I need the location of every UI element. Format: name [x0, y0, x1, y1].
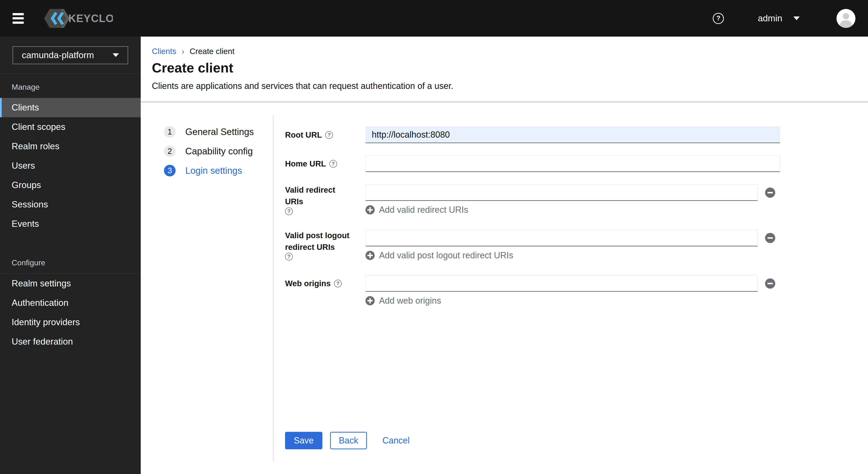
sidebar-item-authentication[interactable]: Authentication: [0, 293, 141, 313]
field-label: Web origins ?: [285, 275, 358, 292]
minus-icon[interactable]: [765, 278, 775, 289]
keycloak-logo: KEYCLOAK: [38, 7, 113, 30]
save-button[interactable]: Save: [285, 432, 322, 449]
step-label: Capability config: [185, 146, 253, 156]
wizard-step-capability-config[interactable]: 2 Capability config: [164, 145, 254, 157]
caret-down-icon: [794, 17, 800, 20]
breadcrumb-clients-link[interactable]: Clients: [152, 47, 176, 56]
realm-name: camunda-platform: [22, 50, 94, 60]
sidebar: camunda-platform Manage Clients Client s…: [0, 37, 141, 474]
breadcrumb-current: Create client: [190, 47, 235, 56]
user-name: admin: [758, 13, 782, 24]
sidebar-item-groups[interactable]: Groups: [0, 175, 141, 195]
minus-icon[interactable]: [765, 233, 775, 243]
sidebar-item-realm-roles[interactable]: Realm roles: [0, 137, 141, 156]
field-home-url: Home URL ?: [285, 155, 868, 172]
masthead: KEYCLOAK ? admin: [0, 0, 868, 37]
sidebar-item-sessions[interactable]: Sessions: [0, 195, 141, 214]
field-label-text: Valid redirect URIs: [285, 184, 354, 207]
step-label: General Settings: [185, 127, 254, 137]
back-button[interactable]: Back: [330, 432, 367, 449]
minus-icon[interactable]: [765, 187, 775, 198]
breadcrumb: Clients › Create client: [152, 47, 235, 56]
question-circle-icon[interactable]: ?: [330, 160, 337, 168]
help-icon[interactable]: ?: [713, 13, 724, 24]
field-label: Root URL ?: [285, 126, 358, 143]
avatar[interactable]: [837, 9, 856, 28]
plus-icon: [366, 251, 375, 260]
login-settings-form: Root URL ? Home URL ?: [285, 126, 868, 449]
root-url-input[interactable]: [366, 126, 780, 143]
main-content: Clients › Create client Create client Cl…: [141, 37, 868, 474]
sidebar-item-user-federation[interactable]: User federation: [0, 332, 141, 351]
field-web-origins: Web origins ? Add web origins: [285, 275, 868, 306]
field-label-text: Web origins: [285, 278, 331, 289]
field-root-url: Root URL ?: [285, 126, 868, 143]
wizard-divider: [273, 115, 273, 462]
nav-group-label: Configure: [0, 249, 141, 274]
field-label: Valid post logout redirect URIs ?: [285, 230, 358, 261]
sidebar-item-realm-settings[interactable]: Realm settings: [0, 274, 141, 293]
realm-selector-area: camunda-platform: [0, 37, 141, 74]
field-label-text: Home URL: [285, 158, 326, 170]
sidebar-item-users[interactable]: Users: [0, 156, 141, 175]
field-valid-redirect-uris: Valid redirect URIs ? Add valid redirect…: [285, 184, 868, 215]
question-circle-icon[interactable]: ?: [325, 131, 333, 139]
web-origins-input[interactable]: [366, 275, 758, 292]
step-number: 3: [164, 165, 176, 176]
add-link-label: Add valid post logout redirect URIs: [379, 250, 513, 261]
breadcrumb-chevron-icon: ›: [182, 47, 184, 56]
plus-icon: [366, 296, 375, 305]
question-circle-icon[interactable]: ?: [285, 207, 293, 215]
nav-group-configure: Configure Realm settings Authentication …: [0, 249, 141, 351]
page-title: Create client: [152, 60, 233, 76]
add-link-label: Add valid redirect URIs: [379, 205, 468, 215]
nav-group-label: Manage: [0, 74, 141, 98]
page-header: Clients › Create client Create client Cl…: [141, 37, 868, 102]
sidebar-item-events[interactable]: Events: [0, 214, 141, 234]
field-valid-post-logout-redirect-uris: Valid post logout redirect URIs ? Add va…: [285, 230, 868, 261]
add-web-origins-button[interactable]: Add web origins: [366, 296, 775, 306]
sidebar-item-identity-providers[interactable]: Identity providers: [0, 313, 141, 332]
brand-text: KEYCLOAK: [68, 12, 113, 24]
plus-icon: [366, 205, 375, 214]
cancel-button[interactable]: Cancel: [382, 432, 409, 449]
field-label-text: Root URL: [285, 129, 322, 141]
question-circle-icon[interactable]: ?: [334, 280, 342, 288]
avatar-person-icon: [837, 9, 856, 28]
field-label: Home URL ?: [285, 155, 358, 172]
form-actions: Save Back Cancel: [285, 432, 868, 449]
keycloak-hexagon-icon: KEYCLOAK: [38, 7, 113, 30]
question-circle-icon[interactable]: ?: [285, 253, 293, 261]
home-url-input[interactable]: [366, 155, 780, 172]
add-valid-post-logout-redirect-uri-button[interactable]: Add valid post logout redirect URIs: [366, 250, 775, 261]
step-label: Login settings: [185, 166, 242, 176]
field-label: Valid redirect URIs ?: [285, 184, 358, 215]
step-number: 1: [164, 126, 176, 138]
sidebar-item-clients[interactable]: Clients: [0, 98, 141, 117]
hamburger-menu-icon[interactable]: [12, 13, 24, 24]
page-subtitle: Clients are applications and services th…: [152, 81, 454, 91]
valid-post-logout-redirect-uri-input[interactable]: [366, 230, 758, 246]
field-label-text: Valid post logout redirect URIs: [285, 230, 354, 253]
caret-down-icon: [113, 53, 119, 57]
step-number: 2: [164, 145, 176, 157]
wizard-step-login-settings[interactable]: 3 Login settings: [164, 165, 254, 176]
user-menu-dropdown[interactable]: admin: [758, 13, 800, 24]
valid-redirect-uri-input[interactable]: [366, 184, 758, 201]
wizard-step-general-settings[interactable]: 1 General Settings: [164, 126, 254, 138]
realm-selector[interactable]: camunda-platform: [12, 46, 128, 64]
header-divider: [141, 101, 868, 102]
wizard-nav: 1 General Settings 2 Capability config 3…: [164, 126, 254, 176]
nav-group-manage: Manage Clients Client scopes Realm roles…: [0, 74, 141, 234]
add-valid-redirect-uri-button[interactable]: Add valid redirect URIs: [366, 205, 775, 215]
sidebar-item-client-scopes[interactable]: Client scopes: [0, 117, 141, 137]
add-link-label: Add web origins: [379, 296, 441, 306]
